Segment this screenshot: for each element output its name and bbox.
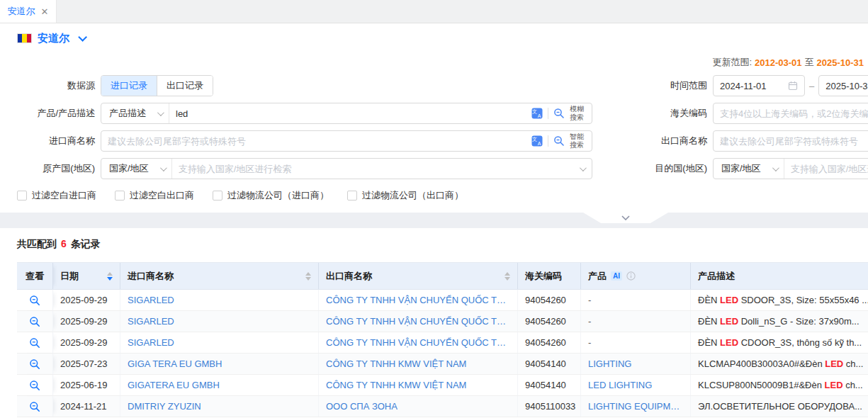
hs-code-field[interactable] xyxy=(713,103,868,124)
exporter-link[interactable]: ООО СПА ЗОНА xyxy=(326,401,398,412)
product-cell[interactable]: LIGHTING EQUIPMENT xyxy=(588,401,683,412)
destination-label: 目的国(地区) xyxy=(592,162,713,175)
importer-link[interactable]: SIGARLED xyxy=(128,337,174,348)
results-table: 查看 日期 进口商名称 出口商名称 海关编码 产品 AI 产品描述 xyxy=(17,262,868,417)
view-cell[interactable] xyxy=(17,311,53,332)
table-row: 2025-09-29 SIGARLED CÔNG TY TNHH VẬN CHU… xyxy=(17,332,868,354)
view-cell[interactable] xyxy=(17,375,53,395)
smart-search-icon[interactable] xyxy=(553,135,565,147)
exporter-link[interactable]: CÔNG TY TNHH KMW VIỆT NAM xyxy=(326,358,466,369)
tab-bar: 安道尔 ✕ xyxy=(0,0,868,23)
sort-icon[interactable] xyxy=(505,272,510,281)
fuzzy-search-label[interactable]: 模糊搜索 xyxy=(570,105,585,122)
view-magnifier-icon[interactable] xyxy=(29,295,40,306)
exporter-input[interactable] xyxy=(714,131,868,151)
date-to-input[interactable] xyxy=(819,76,868,96)
checkbox-filter-blank-exporter[interactable]: 过滤空白出口商 xyxy=(115,189,194,202)
exporter-link[interactable]: CÔNG TY TNHH VẬN CHUYỂN QUỐC TẾ TI... xyxy=(326,295,510,305)
origin-type-select[interactable]: 国家/地区 xyxy=(101,159,172,179)
hs-code-cell: 94054140 xyxy=(518,354,581,374)
update-range-from: 2012-03-01 xyxy=(755,57,802,68)
importer-link[interactable]: SIGARLED xyxy=(128,316,174,327)
hs-code-input[interactable] xyxy=(714,103,868,123)
checkbox-filter-blank-importer[interactable]: 过滤空白进口商 xyxy=(17,189,96,202)
country-name[interactable]: 安道尔 xyxy=(38,32,69,45)
destination-type-select[interactable]: 国家/地区 xyxy=(714,159,784,179)
product-cell[interactable]: - xyxy=(588,316,591,327)
importer-link[interactable]: GIGA TERA EU GMBH xyxy=(128,358,222,369)
date-cell: 2025-06-19 xyxy=(53,375,120,395)
svg-text:文: 文 xyxy=(532,136,537,142)
export-records-toggle[interactable]: 出口记录 xyxy=(157,76,213,96)
checkbox-icon[interactable] xyxy=(17,191,27,200)
result-count: 6 xyxy=(61,238,67,251)
product-cell[interactable]: - xyxy=(588,295,591,305)
col-exporter[interactable]: 出口商名称 xyxy=(319,263,518,289)
update-range-to: 2025-10-31 xyxy=(817,57,864,68)
view-cell[interactable] xyxy=(17,290,53,310)
date-cell: 2025-07-23 xyxy=(53,354,120,374)
translate-icon[interactable]: 文A xyxy=(531,135,543,147)
checkbox-icon[interactable] xyxy=(115,191,125,200)
checkbox-icon[interactable] xyxy=(213,191,222,200)
import-records-toggle[interactable]: 进口记录 xyxy=(101,76,157,96)
col-product-desc: 产品描述 xyxy=(691,263,868,289)
importer-link[interactable]: GIGATERA EU GMBH xyxy=(128,380,220,390)
product-cell[interactable]: - xyxy=(588,337,591,348)
sort-icon[interactable] xyxy=(305,272,311,281)
view-magnifier-icon[interactable] xyxy=(29,380,40,391)
importer-input[interactable] xyxy=(101,131,525,151)
product-type-select[interactable]: 产品描述 xyxy=(101,103,169,123)
hs-code-label: 海关编码 xyxy=(592,107,713,120)
close-icon[interactable]: ✕ xyxy=(41,6,49,17)
info-icon[interactable] xyxy=(626,271,636,281)
checkbox-icon[interactable] xyxy=(347,191,357,200)
view-magnifier-icon[interactable] xyxy=(29,337,40,349)
table-header: 查看 日期 进口商名称 出口商名称 海关编码 产品 AI 产品描述 xyxy=(17,263,868,290)
checkbox-filter-logistics-exporter[interactable]: 过滤物流公司（出口商） xyxy=(347,189,463,202)
smart-search-label[interactable]: 智能搜索 xyxy=(570,132,585,149)
exporter-link[interactable]: CÔNG TY TNHH KMW VIỆT NAM xyxy=(326,380,466,390)
importer-link[interactable]: SIGARLED xyxy=(128,295,174,305)
col-product: 产品 AI xyxy=(581,263,691,289)
exporter-link[interactable]: CÔNG TY TNHH VẬN CHUYỂN QUỐC TẾ TI... xyxy=(326,316,510,327)
view-cell[interactable] xyxy=(17,396,53,417)
view-cell[interactable] xyxy=(17,354,53,374)
view-cell[interactable] xyxy=(17,332,53,353)
destination-input[interactable] xyxy=(784,159,868,179)
data-source-label: 数据源 xyxy=(0,79,101,92)
exporter-link[interactable]: CÔNG TY TNHH VẬN CHUYỂN QUỐC TẾ TI... xyxy=(326,337,510,348)
sort-icon[interactable] xyxy=(107,272,113,281)
product-cell[interactable]: LIGHTING xyxy=(588,358,631,369)
exporter-field[interactable] xyxy=(713,130,868,152)
importer-link[interactable]: DMITRIY ZYUZIN xyxy=(128,401,201,412)
product-cell[interactable]: LED LIGHTING xyxy=(588,380,652,390)
select-arrow-icon xyxy=(160,164,167,171)
fuzzy-search-icon[interactable] xyxy=(553,108,565,119)
table-row: 2025-06-19 GIGATERA EU GMBH CÔNG TY TNHH… xyxy=(17,375,868,396)
table-row: 2025-07-23 GIGA TERA EU GMBH CÔNG TY TNH… xyxy=(17,354,868,375)
product-desc-cell: ĐÈN LED CDOOR_3S, thông số kỹ th... xyxy=(691,332,868,353)
destination-field: 国家/地区 xyxy=(713,158,868,179)
date-from-field[interactable] xyxy=(713,75,805,96)
col-importer[interactable]: 进口商名称 xyxy=(120,263,319,289)
date-from-input[interactable] xyxy=(714,76,782,96)
origin-field: 国家/地区 xyxy=(101,158,592,179)
hs-code-cell: 9405110033 xyxy=(518,396,581,417)
translate-icon[interactable]: 文A xyxy=(531,108,543,119)
highlight-keyword: LED xyxy=(825,380,843,390)
chevron-down-icon[interactable] xyxy=(78,33,87,42)
divider xyxy=(548,135,548,147)
view-magnifier-icon[interactable] xyxy=(29,401,40,412)
view-magnifier-icon[interactable] xyxy=(29,316,40,327)
date-to-field[interactable] xyxy=(818,75,868,96)
product-search-input[interactable] xyxy=(169,103,525,123)
highlight-keyword: LED xyxy=(720,337,738,348)
tab-andorra[interactable]: 安道尔 ✕ xyxy=(0,0,57,23)
date-cell: 2024-11-21 xyxy=(53,396,120,417)
view-magnifier-icon[interactable] xyxy=(29,358,40,370)
col-date[interactable]: 日期 xyxy=(53,263,120,289)
origin-input[interactable] xyxy=(172,159,580,179)
checkbox-filter-logistics-importer[interactable]: 过滤物流公司（进口商） xyxy=(213,189,329,202)
collapse-panel-button[interactable] xyxy=(583,213,668,223)
